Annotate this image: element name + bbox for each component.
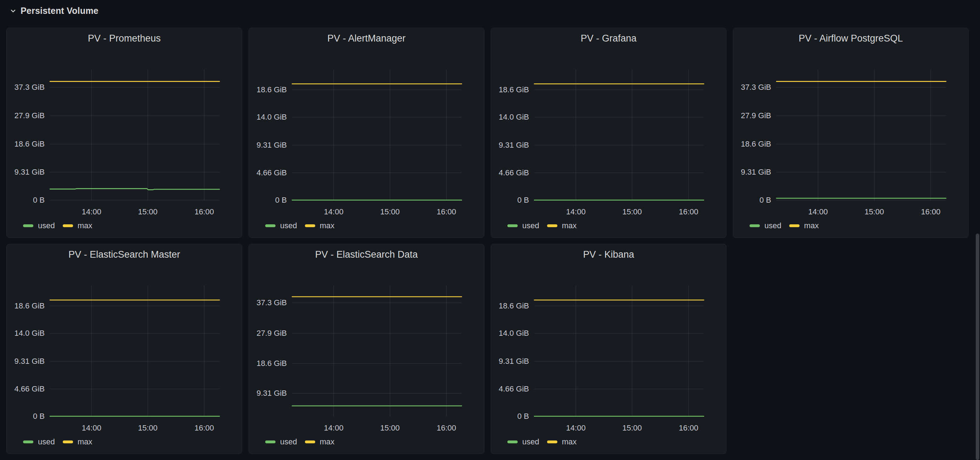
legend-swatch-used [265, 224, 275, 227]
legend-item-max[interactable]: max [305, 221, 335, 230]
pv-panel-pv-kibana: PV - Kibana 0 B4.66 GiB9.31 GiB14.0 GiB1… [491, 244, 727, 454]
x-tick-label: 15:00 [858, 207, 890, 217]
panel-title[interactable]: PV - AlertManager [249, 33, 484, 44]
x-tick-label: 14:00 [318, 423, 350, 433]
legend-label: used [38, 437, 55, 447]
legend-label: max [78, 437, 92, 447]
y-tick-label: 0 B [491, 412, 529, 421]
legend-label: max [320, 437, 335, 447]
legend-item-used[interactable]: used [265, 437, 297, 447]
panel-title[interactable]: PV - Kibana [491, 249, 726, 260]
legend-item-max[interactable]: max [547, 221, 577, 230]
y-tick-label: 37.3 GiB [733, 83, 771, 92]
y-tick-label: 37.3 GiB [249, 298, 287, 307]
chart-legend: usedmax [265, 221, 334, 231]
chart-legend: usedmax [265, 437, 334, 447]
chart-legend: usedmax [23, 437, 92, 447]
x-tick-label: 16:00 [188, 207, 220, 217]
legend-item-used[interactable]: used [265, 221, 297, 230]
legend-item-used[interactable]: used [508, 437, 539, 447]
legend-item-max[interactable]: max [547, 437, 577, 447]
legend-label: max [562, 221, 577, 230]
x-tick-label: 16:00 [673, 423, 705, 433]
legend-label: max [804, 221, 819, 230]
legend-label: max [320, 221, 335, 230]
x-tick-label: 16:00 [430, 423, 462, 433]
chart-plot-area[interactable] [292, 70, 461, 201]
y-tick-label: 14.0 GiB [491, 112, 529, 122]
y-tick-label: 18.6 GiB [7, 139, 45, 149]
legend-item-max[interactable]: max [305, 437, 335, 447]
panel-title[interactable]: PV - ElasticSearch Master [7, 249, 242, 260]
chart-plot-area[interactable] [50, 70, 220, 201]
y-tick-label: 18.6 GiB [733, 139, 771, 149]
x-tick-label: 16:00 [430, 207, 462, 217]
y-tick-label: 27.9 GiB [733, 111, 771, 120]
chart-plot-area[interactable] [776, 70, 946, 201]
x-tick-label: 14:00 [802, 207, 834, 217]
legend-swatch-max [63, 224, 73, 227]
legend-item-max[interactable]: max [63, 437, 92, 447]
legend-swatch-used [508, 224, 518, 227]
legend-swatch-max [547, 224, 557, 227]
y-tick-label: 4.66 GiB [7, 384, 45, 394]
legend-label: used [522, 437, 539, 447]
legend-label: max [562, 437, 577, 447]
legend-label: used [280, 437, 297, 447]
chart-plot-area[interactable] [50, 286, 220, 417]
x-tick-label: 15:00 [616, 207, 648, 217]
chart-plot-area[interactable] [292, 286, 461, 417]
x-tick-label: 14:00 [318, 207, 350, 217]
y-tick-label: 0 B [7, 196, 45, 205]
y-tick-label: 9.31 GiB [491, 141, 529, 150]
pv-panel-pv-airflow-postgresql: PV - Airflow PostgreSQL 0 B9.31 GiB18.6 … [733, 28, 969, 238]
x-tick-label: 16:00 [915, 207, 947, 217]
x-tick-label: 16:00 [188, 423, 220, 433]
legend-label: max [78, 221, 92, 230]
y-tick-label: 14.0 GiB [7, 329, 45, 338]
pv-panel-pv-grafana: PV - Grafana 0 B4.66 GiB9.31 GiB14.0 GiB… [491, 28, 727, 238]
legend-item-used[interactable]: used [749, 221, 781, 230]
panel-title[interactable]: PV - Grafana [491, 33, 726, 44]
section-row-persistent-volume[interactable]: Persistent Volume [9, 6, 99, 16]
legend-swatch-used [508, 441, 518, 443]
chart-plot-area[interactable] [534, 286, 704, 417]
scrollbar-thumb[interactable] [976, 233, 979, 460]
legend-item-used[interactable]: used [508, 221, 539, 230]
series-line-used [50, 188, 220, 190]
panel-title[interactable]: PV - Prometheus [7, 33, 242, 44]
chevron-down-icon [9, 7, 17, 15]
y-tick-label: 14.0 GiB [491, 329, 529, 338]
y-tick-label: 0 B [733, 196, 771, 205]
y-tick-label: 4.66 GiB [491, 384, 529, 394]
legend-item-max[interactable]: max [63, 221, 92, 230]
legend-swatch-max [547, 441, 557, 443]
x-tick-label: 15:00 [132, 207, 164, 217]
panel-title[interactable]: PV - Airflow PostgreSQL [733, 33, 968, 44]
legend-item-used[interactable]: used [23, 437, 55, 447]
x-tick-label: 15:00 [616, 423, 648, 433]
y-tick-label: 9.31 GiB [7, 168, 45, 177]
chart-plot-area[interactable] [534, 70, 704, 201]
legend-swatch-max [789, 224, 800, 227]
y-tick-label: 9.31 GiB [249, 389, 287, 398]
y-tick-label: 18.6 GiB [249, 359, 287, 368]
legend-item-max[interactable]: max [789, 221, 819, 230]
y-tick-label: 27.9 GiB [7, 111, 45, 120]
pv-panel-pv-alertmanager: PV - AlertManager 0 B4.66 GiB9.31 GiB14.… [248, 28, 484, 238]
legend-swatch-used [23, 224, 33, 227]
legend-swatch-used [749, 224, 760, 227]
legend-item-used[interactable]: used [23, 221, 55, 230]
y-tick-label: 9.31 GiB [733, 168, 771, 177]
x-tick-label: 15:00 [374, 207, 406, 217]
legend-label: used [280, 221, 297, 230]
y-tick-label: 18.6 GiB [491, 85, 529, 94]
x-tick-label: 15:00 [374, 423, 406, 433]
legend-label: used [522, 221, 539, 230]
y-tick-label: 14.0 GiB [249, 112, 287, 122]
legend-swatch-used [265, 441, 275, 443]
panel-title[interactable]: PV - ElasticSearch Data [249, 249, 484, 260]
y-tick-label: 4.66 GiB [491, 168, 529, 177]
legend-label: used [38, 221, 55, 230]
chart-legend: usedmax [508, 437, 576, 447]
